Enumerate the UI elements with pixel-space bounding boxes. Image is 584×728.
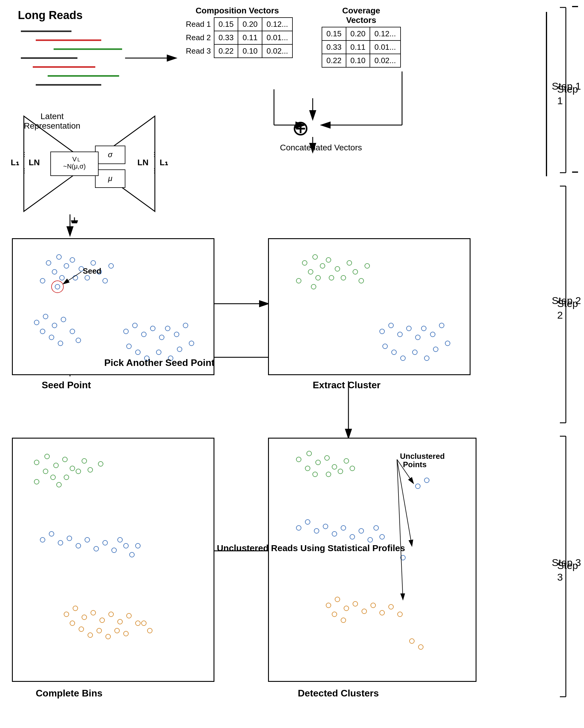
svg-point-123 bbox=[424, 356, 429, 361]
comp-r1-c2: 0.20 bbox=[238, 18, 262, 31]
svg-point-69 bbox=[34, 320, 39, 325]
comp-r2-c2: 0.11 bbox=[238, 31, 262, 44]
svg-point-212 bbox=[147, 628, 152, 633]
svg-point-125 bbox=[296, 457, 301, 462]
svg-point-201 bbox=[118, 619, 122, 624]
svg-text:Seed: Seed bbox=[83, 266, 101, 276]
svg-text:⋮: ⋮ bbox=[151, 167, 157, 174]
svg-text:V: V bbox=[72, 155, 77, 163]
svg-point-118 bbox=[445, 341, 450, 346]
svg-point-175 bbox=[64, 475, 69, 480]
scatter-complete-bins bbox=[12, 438, 214, 682]
cov-vectors-header: CoverageVectors bbox=[322, 6, 401, 25]
seed-point-label: Seed Point bbox=[42, 380, 91, 391]
svg-point-135 bbox=[350, 466, 355, 471]
svg-point-207 bbox=[97, 628, 102, 633]
svg-point-192 bbox=[124, 543, 128, 548]
cov-r3-c1: 0.22 bbox=[322, 54, 346, 67]
svg-point-191 bbox=[118, 538, 122, 542]
svg-point-172 bbox=[62, 457, 67, 462]
svg-point-53 bbox=[46, 261, 51, 265]
svg-point-81 bbox=[150, 326, 155, 331]
svg-point-184 bbox=[58, 540, 63, 545]
svg-point-150 bbox=[353, 601, 358, 606]
svg-point-115 bbox=[422, 326, 426, 331]
svg-point-161 bbox=[418, 645, 423, 649]
long-reads-label: Long Reads bbox=[18, 9, 82, 22]
svg-point-103 bbox=[296, 278, 301, 283]
svg-point-122 bbox=[412, 350, 417, 355]
cov-r2-c3: 0.01... bbox=[370, 41, 400, 54]
svg-point-187 bbox=[85, 538, 90, 542]
svg-point-99 bbox=[326, 258, 331, 262]
svg-point-170 bbox=[54, 463, 58, 468]
svg-point-180 bbox=[34, 479, 39, 484]
svg-point-190 bbox=[112, 548, 117, 553]
svg-point-110 bbox=[380, 329, 384, 334]
svg-text:⋮: ⋮ bbox=[21, 151, 27, 157]
svg-point-63 bbox=[91, 261, 96, 265]
svg-point-85 bbox=[183, 323, 188, 328]
svg-point-144 bbox=[368, 538, 373, 542]
svg-point-92 bbox=[177, 347, 182, 352]
svg-point-171 bbox=[43, 469, 48, 474]
svg-point-139 bbox=[323, 524, 328, 529]
reads-lines bbox=[18, 22, 131, 88]
svg-point-116 bbox=[430, 332, 435, 337]
svg-point-182 bbox=[40, 538, 45, 542]
svg-point-186 bbox=[76, 543, 81, 548]
svg-point-173 bbox=[70, 466, 75, 471]
svg-point-90 bbox=[156, 350, 161, 355]
svg-point-168 bbox=[34, 460, 39, 465]
comp-r3-c2: 0.10 bbox=[238, 44, 262, 58]
svg-point-140 bbox=[332, 531, 337, 536]
comp-r3-c1: 0.22 bbox=[214, 44, 238, 58]
svg-point-75 bbox=[58, 341, 63, 346]
svg-point-205 bbox=[79, 627, 84, 631]
svg-point-153 bbox=[380, 610, 384, 615]
svg-text:⋮: ⋮ bbox=[21, 167, 27, 174]
complete-bins-label: Complete Bins bbox=[36, 688, 102, 699]
detected-clusters-label: Detected Clusters bbox=[298, 688, 379, 699]
extract-cluster-label: Extract Cluster bbox=[313, 380, 381, 391]
svg-point-97 bbox=[320, 263, 325, 268]
svg-point-200 bbox=[109, 612, 113, 617]
cov-r3-c2: 0.10 bbox=[346, 54, 370, 67]
svg-point-84 bbox=[174, 332, 179, 337]
svg-point-209 bbox=[115, 628, 120, 633]
svg-point-142 bbox=[350, 535, 355, 539]
concat-label: Concatenated Vectors bbox=[280, 143, 362, 152]
svg-point-131 bbox=[313, 472, 318, 477]
svg-point-54 bbox=[57, 255, 61, 259]
cov-r2-c1: 0.33 bbox=[322, 41, 346, 54]
svg-point-179 bbox=[98, 462, 103, 466]
svg-point-149 bbox=[344, 606, 349, 611]
cov-r2-c2: 0.11 bbox=[346, 41, 370, 54]
svg-point-203 bbox=[135, 621, 140, 626]
svg-point-72 bbox=[61, 317, 66, 322]
svg-point-197 bbox=[82, 615, 87, 620]
svg-point-202 bbox=[127, 614, 131, 618]
read3-label: Read 3 bbox=[182, 44, 214, 58]
svg-point-147 bbox=[326, 603, 331, 608]
svg-point-185 bbox=[67, 536, 72, 541]
svg-point-87 bbox=[127, 344, 131, 349]
svg-point-114 bbox=[415, 335, 420, 340]
svg-point-77 bbox=[76, 338, 81, 343]
svg-point-88 bbox=[135, 350, 140, 355]
svg-point-154 bbox=[389, 604, 393, 609]
svg-point-211 bbox=[142, 621, 146, 626]
svg-line-93 bbox=[64, 272, 81, 284]
svg-point-206 bbox=[88, 633, 93, 638]
svg-point-105 bbox=[347, 261, 352, 265]
cov-r3-c3: 0.02... bbox=[370, 54, 400, 67]
svg-point-113 bbox=[407, 326, 411, 331]
comp-r3-c3: 0.02... bbox=[262, 44, 293, 58]
svg-point-104 bbox=[341, 276, 346, 280]
svg-point-108 bbox=[365, 263, 370, 268]
svg-text:L₁: L₁ bbox=[160, 158, 168, 167]
svg-point-80 bbox=[142, 332, 146, 337]
svg-point-76 bbox=[70, 329, 75, 334]
svg-point-117 bbox=[439, 323, 444, 328]
svg-point-169 bbox=[45, 454, 49, 459]
